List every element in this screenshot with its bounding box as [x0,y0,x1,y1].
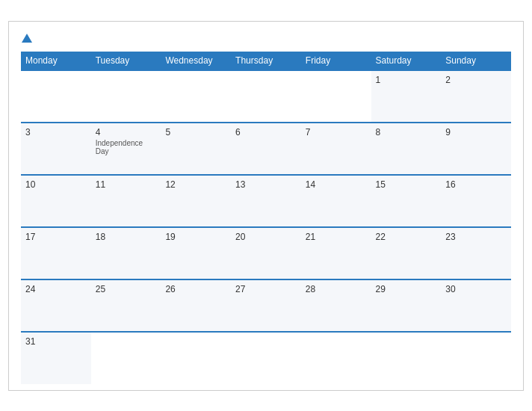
day-number: 15 [376,179,437,190]
calendar-day-cell [301,70,371,123]
day-number: 1 [376,75,437,85]
calendar-day-cell: 10 [21,175,91,227]
day-number: 8 [376,127,437,137]
calendar-day-cell: 13 [231,175,301,227]
day-number: 14 [306,179,367,190]
calendar-day-cell: 1 [371,70,442,123]
calendar-day-cell: 31 [21,332,91,384]
day-number: 18 [96,232,157,242]
weekday-sunday: Sunday [441,52,511,70]
day-number: 23 [445,232,507,242]
day-number: 4 [96,127,157,137]
calendar-day-cell: 14 [301,175,371,227]
calendar-day-cell: 24 [21,279,91,332]
day-number: 2 [445,75,507,85]
calendar-day-cell: 27 [231,279,301,332]
calendar-day-cell [161,332,231,384]
calendar-day-cell: 7 [301,123,371,175]
weekday-saturday: Saturday [371,52,442,70]
calendar-week-row: 24252627282930 [21,279,511,332]
calendar-day-cell: 19 [161,227,231,279]
calendar-day-cell: 6 [231,123,301,175]
calendar-day-cell: 3 [21,123,91,175]
day-number: 3 [25,127,87,137]
calendar-day-cell: 15 [371,175,442,227]
calendar-day-cell [91,332,161,384]
day-number: 30 [445,284,507,294]
calendar-week-row: 31 [21,332,511,384]
calendar-day-cell: 23 [441,227,511,279]
day-number: 19 [165,232,226,242]
calendar-day-cell: 21 [301,227,371,279]
calendar-day-cell: 30 [441,279,511,332]
event-label: Independence Day [96,139,157,155]
calendar-day-cell: 17 [21,227,91,279]
day-number: 10 [25,179,87,190]
weekday-header-row: MondayTuesdayWednesdayThursdayFridaySatu… [21,52,511,70]
calendar-table: MondayTuesdayWednesdayThursdayFridaySatu… [21,52,511,384]
day-number: 26 [165,284,226,294]
calendar-day-cell: 16 [441,175,511,227]
calendar-week-row: 34Independence Day56789 [21,123,511,175]
day-number: 20 [235,232,297,242]
day-number: 29 [376,284,437,294]
day-number: 16 [445,179,507,190]
calendar-day-cell [231,332,301,384]
weekday-wednesday: Wednesday [161,52,231,70]
logo-triangle-icon [22,34,32,43]
calendar-day-cell [91,70,161,123]
calendar-day-cell: 18 [91,227,161,279]
calendar-day-cell: 29 [371,279,442,332]
calendar-week-row: 12 [21,70,511,123]
calendar-day-cell: 4Independence Day [91,123,161,175]
logo [21,34,34,43]
weekday-thursday: Thursday [231,52,301,70]
day-number: 25 [96,284,157,294]
calendar-day-cell: 25 [91,279,161,332]
calendar-day-cell: 12 [161,175,231,227]
calendar-day-cell: 5 [161,123,231,175]
calendar-day-cell [371,332,442,384]
weekday-monday: Monday [21,52,91,70]
calendar-container: MondayTuesdayWednesdayThursdayFridaySatu… [8,21,524,391]
calendar-day-cell: 11 [91,175,161,227]
day-number: 7 [306,127,367,137]
day-number: 11 [96,179,157,190]
calendar-day-cell: 22 [371,227,442,279]
day-number: 13 [235,179,297,190]
calendar-day-cell: 26 [161,279,231,332]
day-number: 6 [235,127,297,137]
calendar-day-cell [161,70,231,123]
calendar-day-cell [441,332,511,384]
calendar-day-cell: 20 [231,227,301,279]
weekday-tuesday: Tuesday [91,52,161,70]
calendar-day-cell [21,70,91,123]
calendar-day-cell [231,70,301,123]
calendar-week-row: 10111213141516 [21,175,511,227]
day-number: 9 [445,127,507,137]
day-number: 5 [165,127,226,137]
day-number: 28 [306,284,367,294]
day-number: 24 [25,284,87,294]
day-number: 31 [25,336,87,347]
calendar-day-cell: 9 [441,123,511,175]
calendar-day-cell: 8 [371,123,442,175]
calendar-day-cell [301,332,371,384]
day-number: 22 [376,232,437,242]
weekday-friday: Friday [301,52,371,70]
calendar-week-row: 17181920212223 [21,227,511,279]
day-number: 21 [306,232,367,242]
day-number: 12 [165,179,226,190]
calendar-header [21,34,511,43]
day-number: 17 [25,232,87,242]
calendar-day-cell: 28 [301,279,371,332]
calendar-day-cell: 2 [441,70,511,123]
day-number: 27 [235,284,297,294]
